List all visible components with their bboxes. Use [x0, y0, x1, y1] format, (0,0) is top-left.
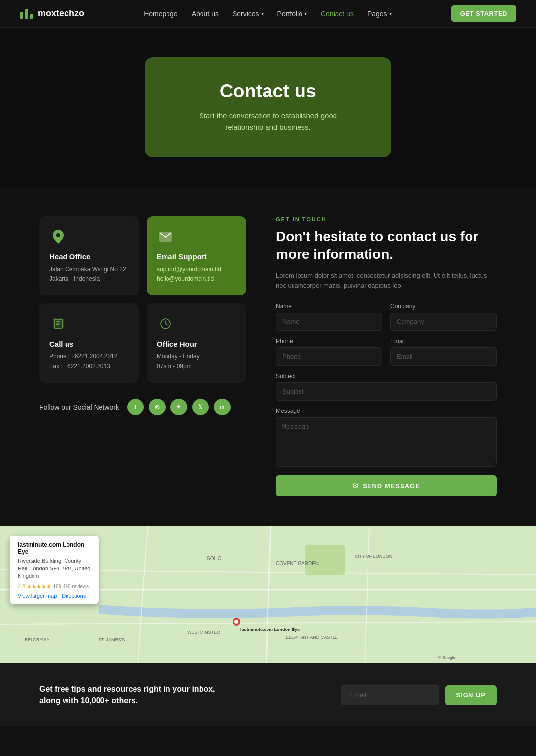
form-row-message: Message — [276, 408, 497, 469]
svg-text:ST. JAMES'S: ST. JAMES'S — [99, 637, 125, 642]
svg-text:WESTMINSTER: WESTMINSTER — [187, 630, 220, 635]
subject-input[interactable] — [276, 382, 497, 401]
newsletter-text: Get free tips and resources right in you… — [39, 683, 227, 707]
svg-rect-4 — [56, 323, 60, 324]
map-section: SOHO COVENT GARDEN CITY OF LONDON MAYFAI… — [0, 526, 536, 663]
email-label: Email — [390, 338, 497, 345]
form-group-message: Message — [276, 408, 497, 469]
hero-section: Contact us Start the conversation to est… — [0, 28, 536, 187]
message-input[interactable] — [276, 417, 497, 467]
head-office-addr: Jalan Cempaka Wangi No 22 Jakarta - Indo… — [49, 265, 129, 284]
logo-text: moxtechzo — [38, 8, 84, 19]
company-label: Company — [390, 303, 497, 310]
phone-input[interactable] — [276, 347, 382, 366]
email-input[interactable] — [390, 347, 497, 366]
card-office-hour: Office Hour Monday - Friday 07am - 09pm — [147, 303, 246, 382]
popup-rating: 4.5 ★★★★★ 169,490 reviews — [18, 583, 91, 590]
form-group-email: Email — [390, 338, 497, 366]
form-row-subject: Subject — [276, 373, 497, 401]
form-group-subject: Subject — [276, 373, 497, 401]
contact-form-section: GET IN TOUCH Don't hesitate to contact u… — [276, 216, 497, 496]
newsletter-section: Get free tips and resources right in you… — [0, 663, 536, 726]
phone-label: Phone — [276, 338, 382, 345]
name-label: Name — [276, 303, 382, 310]
nav-pages[interactable]: Pages▾ — [368, 10, 392, 18]
svg-rect-5 — [56, 324, 59, 325]
subject-label: Subject — [276, 373, 497, 379]
hero-title: Contact us — [184, 81, 352, 102]
svg-text:CITY OF LONDON: CITY OF LONDON — [355, 554, 392, 559]
contact-section: Head Office Jalan Cempaka Wangi No 22 Ja… — [0, 187, 536, 526]
contact-form: Name Company Phone Email — [276, 303, 497, 496]
social-facebook[interactable]: f — [127, 399, 144, 415]
social-icons: f ◎ ✦ 𝕏 in — [127, 399, 231, 415]
svg-text:© Google: © Google — [438, 655, 455, 660]
name-input[interactable] — [276, 313, 382, 331]
svg-text:BELGRAVIA: BELGRAVIA — [25, 637, 49, 642]
contact-heading: Don't hesitate to contact us for more in… — [276, 228, 497, 264]
get-in-touch-label: GET IN TOUCH — [276, 216, 497, 222]
logo[interactable]: moxtechzo — [20, 8, 84, 19]
message-label: Message — [276, 408, 497, 414]
card-email-support: Email Support support@yourdomain.tld hel… — [147, 216, 246, 295]
office-hour-info: Monday - Friday 07am - 09pm — [157, 352, 236, 371]
form-row-phone-email: Phone Email — [276, 338, 497, 366]
social-instagram[interactable]: ◎ — [149, 399, 166, 415]
view-larger-map[interactable]: View larger map — [18, 593, 57, 598]
email-support-title: Email Support — [157, 252, 236, 261]
contact-description: Lorem ipsum dolor sit amet, consectetur … — [276, 271, 497, 291]
nav-portfolio[interactable]: Portfolio▾ — [277, 10, 307, 18]
get-started-button[interactable]: GET STARTED — [451, 5, 516, 22]
newsletter-email-input[interactable] — [341, 685, 439, 705]
map-background: SOHO COVENT GARDEN CITY OF LONDON MAYFAI… — [0, 526, 536, 663]
head-office-title: Head Office — [49, 252, 129, 261]
social-section: Follow our Social Network f ◎ ✦ 𝕏 in — [39, 399, 246, 415]
svg-text:COVENT GARDEN: COVENT GARDEN — [276, 561, 319, 566]
form-row-name-company: Name Company — [276, 303, 497, 331]
email-icon — [157, 228, 174, 246]
nav-homepage[interactable]: Homepage — [144, 10, 178, 18]
contact-left: Head Office Jalan Cempaka Wangi No 22 Ja… — [39, 216, 246, 496]
company-input[interactable] — [390, 313, 497, 331]
call-us-title: Call us — [49, 340, 129, 348]
card-call-us: Call us Phone : +6221.2002.2012 Fax : +6… — [39, 303, 139, 382]
contact-cards: Head Office Jalan Cempaka Wangi No 22 Ja… — [39, 216, 246, 383]
hero-subtitle: Start the conversation to established go… — [184, 110, 352, 133]
nav-services[interactable]: Services▾ — [233, 10, 264, 18]
directions-link[interactable]: Directions — [62, 593, 86, 598]
send-button[interactable]: SEND MESSAGE — [276, 475, 497, 496]
nav-links: Homepage About us Services▾ Portfolio▾ C… — [144, 10, 391, 18]
svg-rect-3 — [56, 321, 60, 322]
clock-icon — [157, 315, 174, 333]
nav-about[interactable]: About us — [192, 10, 219, 18]
form-group-name: Name — [276, 303, 382, 331]
svg-rect-15 — [305, 545, 345, 575]
newsletter-form: SIGN UP — [341, 685, 497, 705]
navbar: moxtechzo Homepage About us Services▾ Po… — [0, 0, 536, 28]
hero-box: Contact us Start the conversation to est… — [145, 57, 391, 157]
form-group-company: Company — [390, 303, 497, 331]
svg-text:SOHO: SOHO — [207, 556, 222, 561]
nav-contact[interactable]: Contact us — [321, 10, 354, 18]
popup-addr: Riverside Building, County Hall, London … — [18, 557, 91, 580]
social-twitter[interactable]: 𝕏 — [192, 399, 209, 415]
logo-icon — [20, 9, 33, 19]
footer: moxtechzo Your trusted partner for compr… — [0, 726, 536, 756]
call-us-info: Phone : +6221.2002.2012 Fax : +6221.2002… — [49, 352, 129, 371]
email-support-addr: support@yourdomain.tld hello@yourdomain.… — [157, 265, 236, 284]
social-dribbble[interactable]: ✦ — [170, 399, 187, 415]
phone-icon — [49, 315, 67, 333]
pin-icon — [49, 228, 67, 246]
social-label: Follow our Social Network — [39, 403, 119, 411]
popup-name: lastminute.com London Eye — [18, 541, 91, 555]
svg-text:lastminute.com London Eye: lastminute.com London Eye — [240, 627, 300, 632]
form-group-phone: Phone — [276, 338, 382, 366]
signup-button[interactable]: SIGN UP — [445, 685, 497, 705]
svg-text:ELEPHANT AND CASTLE: ELEPHANT AND CASTLE — [286, 635, 338, 640]
svg-point-25 — [234, 620, 238, 624]
map-popup: lastminute.com London Eye Riverside Buil… — [10, 536, 99, 604]
office-hour-title: Office Hour — [157, 340, 236, 348]
card-head-office: Head Office Jalan Cempaka Wangi No 22 Ja… — [39, 216, 139, 295]
social-linkedin[interactable]: in — [214, 399, 231, 415]
